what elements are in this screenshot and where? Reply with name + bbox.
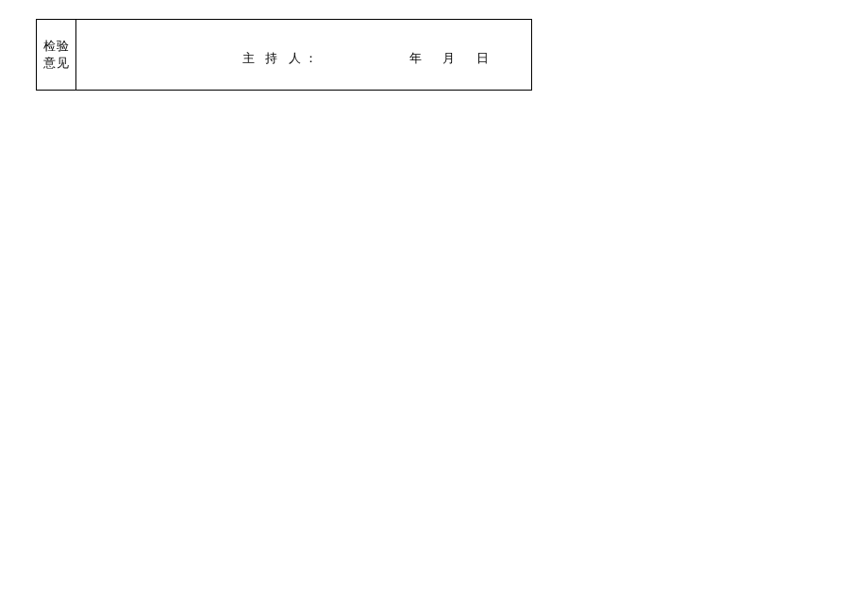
row-header-line1: 检验 xyxy=(43,38,70,55)
row-content: 主 持 人： 年 月 日 xyxy=(76,20,531,90)
host-label: 主 持 人： xyxy=(242,50,321,67)
row-header-line2: 意见 xyxy=(43,55,70,72)
date-year-label: 年 xyxy=(409,51,423,65)
row-header-inspection-opinion: 检验 意见 xyxy=(37,20,76,90)
form-table: 检验 意见 主 持 人： 年 月 日 xyxy=(36,19,532,91)
date-month-label: 月 xyxy=(442,51,456,65)
date-day-label: 日 xyxy=(476,51,490,65)
date-group: 年 月 日 xyxy=(409,50,490,67)
